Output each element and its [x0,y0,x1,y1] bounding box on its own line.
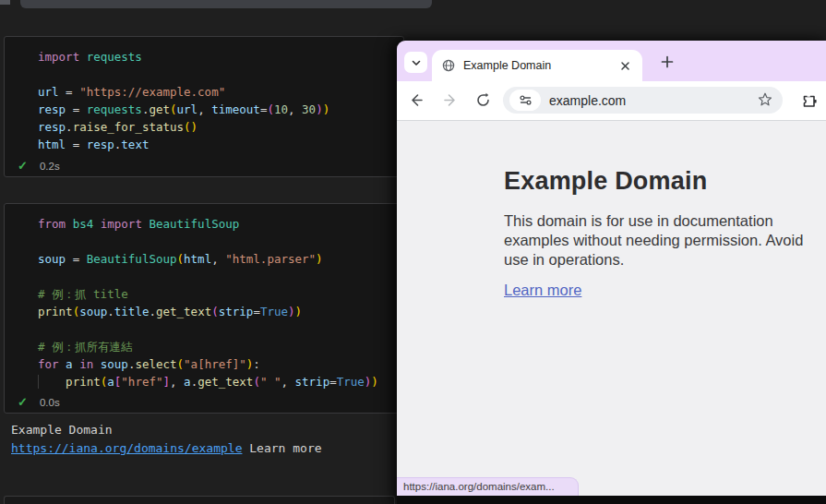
learn-more-link[interactable]: Learn more [504,282,581,299]
url-text[interactable]: example.com [549,93,626,108]
page-heading: Example Domain [504,167,826,196]
cell-execution-status: ✓ 0.2s [18,159,60,173]
top-scrollbar-thumb[interactable] [20,0,432,8]
page-paragraph: This domain is for use in documentation … [504,211,826,270]
screen: import requests url = "https://example.c… [0,0,826,504]
check-icon: ✓ [18,395,28,409]
address-bar[interactable]: example.com [503,87,783,114]
reload-button[interactable] [475,92,491,108]
page-content: Example Domain This domain is for use in… [504,167,826,299]
output-line: https://iana.org/domains/example Learn m… [11,439,322,458]
forward-button[interactable] [443,92,459,108]
extensions-button[interactable] [800,91,819,110]
globe-icon [442,59,455,72]
code-cell-2[interactable]: from bs4 import BeautifulSoup soup = Bea… [4,203,404,414]
puzzle-icon [800,91,819,110]
new-tab-button[interactable] [657,52,677,72]
back-button[interactable] [408,92,424,108]
check-icon: ✓ [18,159,28,173]
bookmark-button[interactable] [757,91,773,108]
site-settings-button[interactable] [509,90,541,111]
tune-sliders-icon [519,94,533,106]
cell-execution-status: ✓ 0.0s [18,395,60,409]
code-editor[interactable]: import requests url = "https://example.c… [5,37,403,153]
tab-title: Example Domain [463,59,620,72]
window-bottom-edge [397,496,826,504]
star-icon [757,91,773,108]
output-line: Example Domain [11,421,322,439]
code-editor[interactable]: from bs4 import BeautifulSoup soup = Bea… [5,204,403,390]
plus-icon [661,55,674,68]
tab-close-button[interactable] [620,61,630,71]
cell-output: Example Domainhttps://iana.org/domains/e… [11,421,322,457]
tab-strip: Example Domain [397,41,826,81]
execution-time: 0.0s [40,397,60,408]
browser-window: Example Domain [397,41,826,504]
output-link[interactable]: https://iana.org/domains/example [11,441,242,455]
code-cell-3-edge[interactable] [4,496,395,504]
execution-time: 0.2s [40,161,60,172]
status-url-bubble: https://iana.org/domains/exam... [397,477,579,496]
scroll-corner [0,0,10,5]
chevron-down-icon [411,57,422,68]
browser-tab[interactable]: Example Domain [432,50,642,81]
code-cell-1[interactable]: import requests url = "https://example.c… [4,36,404,177]
browser-viewport: Example Domain This domain is for use in… [397,121,826,496]
tab-search-button[interactable] [404,52,427,73]
browser-toolbar: example.com [397,81,826,120]
output-link-label: Learn more [242,441,321,455]
